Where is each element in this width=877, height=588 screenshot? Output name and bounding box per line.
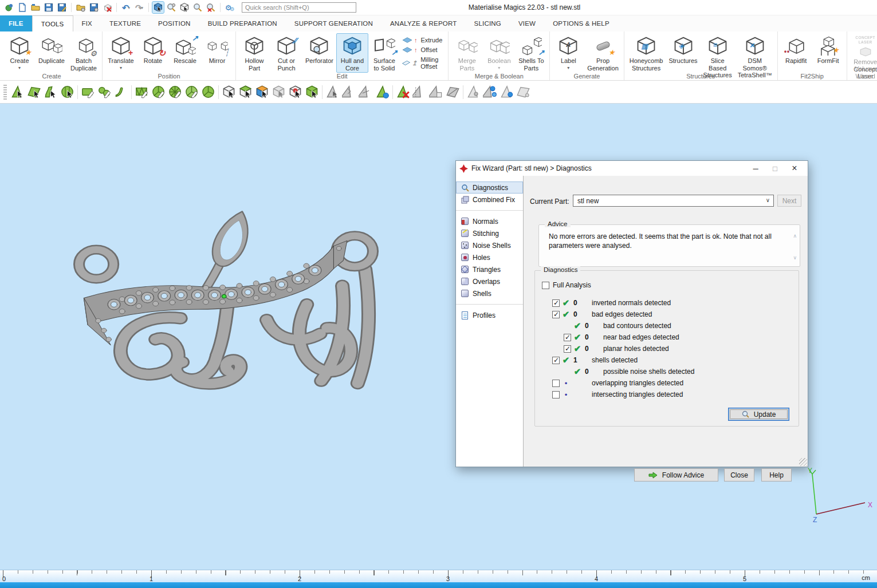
select-triangles-tool[interactable] <box>9 84 26 101</box>
current-part-dropdown[interactable]: stl new ∨ <box>573 195 774 207</box>
sidebar-item-holes[interactable]: Holes <box>456 251 523 263</box>
view-part-icon[interactable] <box>179 2 190 13</box>
tab-texture[interactable]: TEXTURE <box>101 15 150 31</box>
select-visible-cube-tool[interactable] <box>237 84 254 101</box>
resize-grip[interactable] <box>799 458 807 466</box>
sidebar-item-noise-shells[interactable]: Noise Shells <box>456 239 523 251</box>
triangle-tool-1[interactable] <box>324 84 341 101</box>
extrude-button[interactable]: ↑ Extrude <box>404 37 442 44</box>
hollow-part-button[interactable]: Hollow Part <box>238 33 270 73</box>
mirror-button[interactable]: ┆ Mirror <box>201 33 233 66</box>
brush-selection-tool[interactable] <box>150 84 167 101</box>
tab-support-generation[interactable]: SUPPORT GENERATION <box>286 15 382 31</box>
tab-slicing[interactable]: SLICING <box>466 15 510 31</box>
open-folder-icon[interactable] <box>30 2 41 13</box>
triangle-blue-dot-tool[interactable] <box>498 84 515 101</box>
row-checkbox[interactable] <box>552 391 560 398</box>
scroll-down-icon[interactable]: ∨ <box>793 255 797 261</box>
triangle-outline-tool[interactable] <box>515 84 532 101</box>
row-checkbox[interactable] <box>552 299 560 307</box>
help-button[interactable]: Help <box>761 468 792 482</box>
sidebar-item-diagnostics[interactable]: Diagnostics <box>456 181 523 194</box>
hull-and-core-button[interactable]: Hull and Core <box>336 33 368 73</box>
triangle-tool-4[interactable] <box>411 84 428 101</box>
prop-generation-button[interactable]: ★ Prop Generation <box>584 33 621 73</box>
pick-point-marker[interactable] <box>222 294 226 298</box>
fix-wizard-dialog[interactable]: Fix Wizard (Part: stl new) > Diagnostics… <box>455 160 808 467</box>
batch-duplicate-button[interactable]: ⚙ Batch Duplicate <box>68 33 100 73</box>
fix-wizard-titlebar[interactable]: Fix Wizard (Part: stl new) > Diagnostics… <box>456 161 808 176</box>
sidebar-item-overlaps[interactable]: Overlaps <box>456 275 523 287</box>
save-as-icon[interactable] <box>56 2 68 13</box>
close-button[interactable]: × <box>785 162 804 175</box>
toolbar-drag-handle[interactable] <box>3 85 7 100</box>
create-button[interactable]: ★ Create ▾ <box>3 33 36 72</box>
save-icon[interactable] <box>43 2 54 13</box>
cut-or-punch-button[interactable]: ⁄⁄ Cut or Punch <box>270 33 302 73</box>
row-checkbox[interactable] <box>564 334 571 341</box>
cube-plain-tool[interactable] <box>270 84 287 101</box>
window-triangle-selection-tool[interactable] <box>133 84 150 101</box>
select-colored-cube-tool[interactable] <box>254 84 270 101</box>
duplicate-button[interactable]: Duplicate <box>36 33 68 66</box>
settings-gears-icon[interactable]: ⚙⚙ <box>224 2 235 13</box>
search-input[interactable] <box>242 2 356 13</box>
fill-triangle-tool[interactable] <box>445 84 461 101</box>
sidebar-item-shells[interactable]: Shells <box>456 287 523 299</box>
tab-view[interactable]: VIEW <box>510 15 544 31</box>
close-dialog-button[interactable]: Close <box>724 468 754 482</box>
mark-triangle-blue-tool[interactable] <box>374 84 391 101</box>
row-checkbox[interactable] <box>552 311 560 318</box>
model-krishna-pendant[interactable] <box>73 209 446 461</box>
rescale-button[interactable]: ↗ Rescale <box>169 33 201 66</box>
triangle-point-tool[interactable] <box>465 84 482 101</box>
redo-icon[interactable]: ↷▾ <box>133 2 145 13</box>
import-part-icon[interactable] <box>75 2 86 13</box>
paint-triangle-blue-tool[interactable] <box>482 84 498 101</box>
zoom-icon[interactable] <box>192 2 203 13</box>
shells-to-parts-button[interactable]: ↗ Shells To Parts <box>515 33 547 73</box>
sidebar-item-profiles[interactable]: Profiles <box>456 309 523 321</box>
select-green-cube-tool[interactable] <box>304 84 320 101</box>
rapidfit-button[interactable]: •• Rapidfit <box>780 33 812 66</box>
zoom-part-icon[interactable] <box>166 2 177 13</box>
tab-build-preparation[interactable]: BUILD PREPARATION <box>199 15 286 31</box>
label-button[interactable]: A Label ▾ <box>552 33 584 72</box>
row-checkbox[interactable] <box>552 380 560 387</box>
undo-icon[interactable]: ↶▾ <box>120 2 132 13</box>
structures-button[interactable]: ◈ Structures <box>666 33 700 66</box>
row-checkbox[interactable] <box>564 345 571 353</box>
sidebar-item-normals[interactable]: Normals <box>456 215 523 227</box>
rectangle-selection-tool[interactable] <box>80 84 96 101</box>
surface-to-solid-button[interactable]: ↗ Surface to Solid <box>368 33 400 73</box>
formfit-button[interactable]: ★ FormFit <box>812 33 844 66</box>
select-marked-cube-tool[interactable] <box>287 84 304 101</box>
tab-options-help[interactable]: OPTIONS & HELP <box>544 15 618 31</box>
tab-file[interactable]: FILE <box>0 15 32 31</box>
row-checkbox[interactable] <box>552 357 560 364</box>
delete-marked-triangles-tool[interactable] <box>395 84 411 101</box>
sidebar-item-stitching[interactable]: Stitching <box>456 227 523 239</box>
new-document-icon[interactable] <box>17 2 28 13</box>
tab-fix[interactable]: FIX <box>73 15 101 31</box>
scroll-up-icon[interactable]: ∧ <box>793 233 797 239</box>
triangle-tool-2[interactable] <box>341 84 357 101</box>
fan-selection-tool[interactable] <box>183 84 200 101</box>
sector-selection-tool[interactable] <box>200 84 217 101</box>
sidebar-item-combined-fix[interactable]: Combined Fix <box>456 194 523 206</box>
viewport-canvas[interactable]: Y X Z Fix Wizard (Part: stl new) > Diagn… <box>0 104 877 570</box>
magics-logo[interactable] <box>3 2 15 13</box>
maximize-button[interactable]: □ <box>765 162 785 175</box>
circle-selection-tool[interactable] <box>96 84 113 101</box>
honeycomb-structures-button[interactable]: ▦ Honeycomb Structures <box>627 33 666 73</box>
full-analysis-checkbox[interactable] <box>542 282 549 289</box>
perforator-button[interactable]: Perforator <box>302 33 336 66</box>
view-cube-icon[interactable] <box>152 2 164 13</box>
rotate-button[interactable]: ↻ Rotate <box>137 33 169 66</box>
close-part-icon[interactable] <box>101 2 113 13</box>
translate-button[interactable]: + Translate ▾ <box>105 33 137 72</box>
copy-triangles-tool[interactable] <box>428 84 445 101</box>
select-through-cube-tool[interactable] <box>221 84 237 101</box>
follow-advice-button[interactable]: Follow Advice <box>634 468 718 482</box>
triangle-tool-3[interactable] <box>357 84 374 101</box>
